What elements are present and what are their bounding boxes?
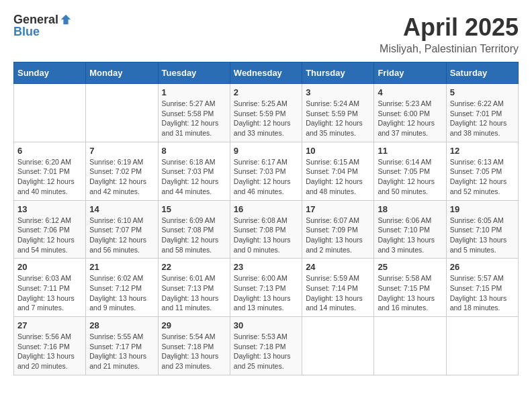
- logo-blue: Blue: [13, 25, 40, 38]
- day-info: Sunrise: 6:13 AM Sunset: 7:05 PM Dayligh…: [450, 157, 515, 197]
- day-info: Sunrise: 6:20 AM Sunset: 7:01 PM Dayligh…: [17, 157, 82, 197]
- day-info: Sunrise: 6:17 AM Sunset: 7:03 PM Dayligh…: [234, 157, 298, 197]
- day-number: 17: [306, 204, 370, 214]
- calendar-cell: 13Sunrise: 6:12 AM Sunset: 7:06 PM Dayli…: [14, 200, 86, 259]
- calendar-cell: 18Sunrise: 6:06 AM Sunset: 7:10 PM Dayli…: [374, 200, 446, 259]
- day-number: 12: [450, 146, 515, 156]
- calendar-cell: 25Sunrise: 5:58 AM Sunset: 7:15 PM Dayli…: [374, 259, 446, 317]
- day-number: 23: [234, 262, 298, 272]
- calendar-cell: 24Sunrise: 5:59 AM Sunset: 7:14 PM Dayli…: [302, 259, 374, 317]
- day-info: Sunrise: 5:27 AM Sunset: 5:58 PM Dayligh…: [162, 99, 226, 138]
- day-number: 4: [378, 87, 442, 97]
- day-of-week-header: Friday: [374, 62, 446, 84]
- day-number: 15: [162, 204, 226, 214]
- calendar-body: 1Sunrise: 5:27 AM Sunset: 5:58 PM Daylig…: [14, 84, 519, 375]
- calendar-cell: [302, 317, 374, 375]
- calendar-cell: 3Sunrise: 5:24 AM Sunset: 5:59 PM Daylig…: [302, 84, 374, 142]
- calendar-cell: 21Sunrise: 6:02 AM Sunset: 7:12 PM Dayli…: [86, 259, 158, 317]
- day-number: 14: [89, 204, 154, 214]
- day-number: 22: [162, 262, 226, 272]
- calendar-cell: 11Sunrise: 6:14 AM Sunset: 7:05 PM Dayli…: [374, 142, 446, 200]
- day-info: Sunrise: 6:02 AM Sunset: 7:12 PM Dayligh…: [89, 273, 154, 313]
- calendar-cell: [86, 84, 158, 142]
- day-number: 25: [378, 262, 442, 272]
- day-of-week-header: Saturday: [446, 62, 518, 84]
- logo-icon: [60, 13, 72, 26]
- day-number: 1: [162, 87, 226, 97]
- day-of-week-header: Sunday: [14, 62, 86, 84]
- day-info: Sunrise: 5:58 AM Sunset: 7:15 PM Dayligh…: [378, 273, 442, 313]
- calendar-cell: 17Sunrise: 6:07 AM Sunset: 7:09 PM Dayli…: [302, 200, 374, 259]
- page-header: General Blue April 2025 Misliyah, Palest…: [13, 13, 519, 55]
- calendar-cell: 14Sunrise: 6:10 AM Sunset: 7:07 PM Dayli…: [86, 200, 158, 259]
- calendar-cell: 23Sunrise: 6:00 AM Sunset: 7:13 PM Dayli…: [230, 259, 302, 317]
- day-number: 6: [17, 146, 82, 156]
- day-number: 21: [89, 262, 154, 272]
- calendar-header-row: SundayMondayTuesdayWednesdayThursdayFrid…: [14, 62, 519, 84]
- calendar-week-row: 1Sunrise: 5:27 AM Sunset: 5:58 PM Daylig…: [14, 84, 519, 142]
- day-number: 19: [450, 204, 515, 214]
- calendar-cell: [374, 317, 446, 375]
- calendar-cell: 5Sunrise: 6:22 AM Sunset: 7:01 PM Daylig…: [446, 84, 518, 142]
- calendar-cell: 22Sunrise: 6:01 AM Sunset: 7:13 PM Dayli…: [158, 259, 230, 317]
- day-info: Sunrise: 6:01 AM Sunset: 7:13 PM Dayligh…: [162, 273, 226, 313]
- calendar-subtitle: Misliyah, Palestinian Territory: [380, 43, 519, 55]
- day-info: Sunrise: 6:12 AM Sunset: 7:06 PM Dayligh…: [17, 216, 82, 255]
- day-info: Sunrise: 5:55 AM Sunset: 7:17 PM Dayligh…: [89, 332, 154, 371]
- day-info: Sunrise: 5:54 AM Sunset: 7:18 PM Dayligh…: [162, 332, 226, 371]
- day-number: 7: [89, 146, 154, 156]
- calendar-cell: 10Sunrise: 6:15 AM Sunset: 7:04 PM Dayli…: [302, 142, 374, 200]
- day-of-week-header: Wednesday: [230, 62, 302, 84]
- day-info: Sunrise: 6:14 AM Sunset: 7:05 PM Dayligh…: [378, 157, 442, 197]
- day-info: Sunrise: 6:00 AM Sunset: 7:13 PM Dayligh…: [234, 273, 298, 313]
- calendar-cell: 6Sunrise: 6:20 AM Sunset: 7:01 PM Daylig…: [14, 142, 86, 200]
- day-info: Sunrise: 5:24 AM Sunset: 5:59 PM Dayligh…: [306, 99, 370, 138]
- calendar-cell: 4Sunrise: 5:23 AM Sunset: 6:00 PM Daylig…: [374, 84, 446, 142]
- calendar-week-row: 27Sunrise: 5:56 AM Sunset: 7:16 PM Dayli…: [14, 317, 519, 375]
- day-info: Sunrise: 5:53 AM Sunset: 7:18 PM Dayligh…: [234, 332, 298, 371]
- day-number: 5: [450, 87, 515, 97]
- day-number: 2: [234, 87, 298, 97]
- calendar-cell: 19Sunrise: 6:05 AM Sunset: 7:10 PM Dayli…: [446, 200, 518, 259]
- day-number: 16: [234, 204, 298, 214]
- calendar-cell: 20Sunrise: 6:03 AM Sunset: 7:11 PM Dayli…: [14, 259, 86, 317]
- calendar-week-row: 13Sunrise: 6:12 AM Sunset: 7:06 PM Dayli…: [14, 200, 519, 259]
- day-info: Sunrise: 6:19 AM Sunset: 7:02 PM Dayligh…: [89, 157, 154, 197]
- day-info: Sunrise: 5:23 AM Sunset: 6:00 PM Dayligh…: [378, 99, 442, 138]
- day-info: Sunrise: 5:57 AM Sunset: 7:15 PM Dayligh…: [450, 273, 515, 313]
- day-info: Sunrise: 6:10 AM Sunset: 7:07 PM Dayligh…: [89, 216, 154, 255]
- day-of-week-header: Tuesday: [158, 62, 230, 84]
- day-info: Sunrise: 6:06 AM Sunset: 7:10 PM Dayligh…: [378, 216, 442, 255]
- day-number: 8: [162, 146, 226, 156]
- day-number: 9: [234, 146, 298, 156]
- day-number: 3: [306, 87, 370, 97]
- calendar-cell: 1Sunrise: 5:27 AM Sunset: 5:58 PM Daylig…: [158, 84, 230, 142]
- calendar-table: SundayMondayTuesdayWednesdayThursdayFrid…: [13, 62, 519, 375]
- logo: General Blue: [13, 13, 72, 38]
- day-number: 27: [17, 320, 82, 330]
- calendar-cell: [14, 84, 86, 142]
- calendar-cell: 12Sunrise: 6:13 AM Sunset: 7:05 PM Dayli…: [446, 142, 518, 200]
- day-info: Sunrise: 6:05 AM Sunset: 7:10 PM Dayligh…: [450, 216, 515, 255]
- calendar-week-row: 6Sunrise: 6:20 AM Sunset: 7:01 PM Daylig…: [14, 142, 519, 200]
- day-info: Sunrise: 6:09 AM Sunset: 7:08 PM Dayligh…: [162, 216, 226, 255]
- calendar-cell: 2Sunrise: 5:25 AM Sunset: 5:59 PM Daylig…: [230, 84, 302, 142]
- day-info: Sunrise: 6:15 AM Sunset: 7:04 PM Dayligh…: [306, 157, 370, 197]
- day-info: Sunrise: 5:25 AM Sunset: 5:59 PM Dayligh…: [234, 99, 298, 138]
- day-number: 26: [450, 262, 515, 272]
- calendar-cell: 26Sunrise: 5:57 AM Sunset: 7:15 PM Dayli…: [446, 259, 518, 317]
- logo-general: General: [13, 13, 58, 26]
- calendar-cell: 9Sunrise: 6:17 AM Sunset: 7:03 PM Daylig…: [230, 142, 302, 200]
- calendar-cell: 7Sunrise: 6:19 AM Sunset: 7:02 PM Daylig…: [86, 142, 158, 200]
- day-number: 10: [306, 146, 370, 156]
- day-number: 28: [89, 320, 154, 330]
- calendar-week-row: 20Sunrise: 6:03 AM Sunset: 7:11 PM Dayli…: [14, 259, 519, 317]
- day-of-week-header: Thursday: [302, 62, 374, 84]
- day-number: 18: [378, 204, 442, 214]
- calendar-cell: 30Sunrise: 5:53 AM Sunset: 7:18 PM Dayli…: [230, 317, 302, 375]
- calendar-cell: 28Sunrise: 5:55 AM Sunset: 7:17 PM Dayli…: [86, 317, 158, 375]
- day-info: Sunrise: 5:59 AM Sunset: 7:14 PM Dayligh…: [306, 273, 370, 313]
- day-info: Sunrise: 6:03 AM Sunset: 7:11 PM Dayligh…: [17, 273, 82, 313]
- day-info: Sunrise: 6:07 AM Sunset: 7:09 PM Dayligh…: [306, 216, 370, 255]
- day-number: 30: [234, 320, 298, 330]
